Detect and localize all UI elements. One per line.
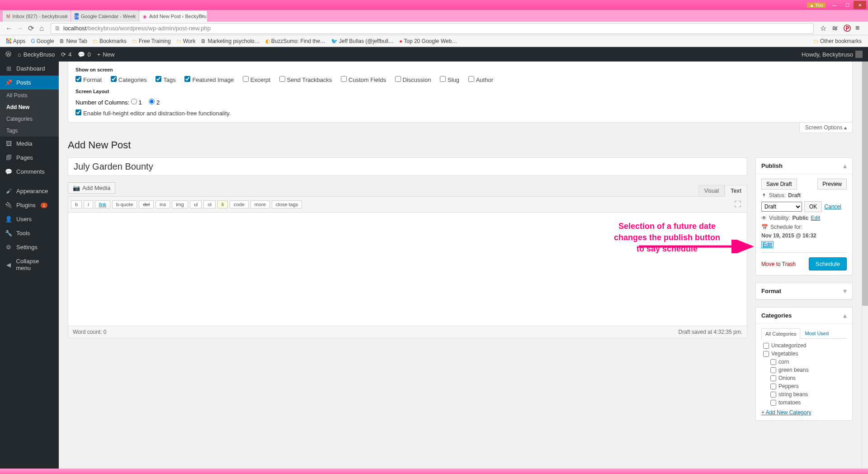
qt-del[interactable]: del	[139, 200, 154, 209]
menu-users[interactable]: 👤Users	[0, 212, 59, 226]
save-draft-button[interactable]: Save Draft	[761, 179, 797, 190]
category-item[interactable]: Uncategorized	[761, 341, 847, 350]
fullscreen-icon[interactable]: ⛶	[731, 199, 744, 209]
bookmark-link[interactable]: 🗎Marketing psycholo…	[198, 38, 262, 44]
menu-media[interactable]: 🖾Media	[0, 137, 59, 151]
status-select[interactable]: Draft	[761, 202, 802, 212]
taskbar[interactable]	[0, 469, 868, 474]
edit-visibility-link[interactable]: Edit	[811, 215, 820, 221]
post-title-input[interactable]	[68, 157, 747, 176]
chk-tags[interactable]: Tags	[156, 76, 175, 83]
close-icon[interactable]: ×	[133, 13, 136, 19]
bookmark-link[interactable]: 🐦Jeff Bullas (@jeffbull…	[328, 38, 396, 44]
howdy-link[interactable]: Howdy, Beckybruso	[802, 51, 863, 58]
category-item[interactable]: Peppers	[761, 382, 847, 390]
submenu-tags[interactable]: Tags	[0, 125, 59, 137]
scrollbar[interactable]	[862, 62, 868, 469]
qt-ol[interactable]: ol	[203, 200, 216, 209]
category-item[interactable]: Onions	[761, 374, 847, 382]
toggle-icon[interactable]: ▴	[843, 311, 847, 320]
radio-2col[interactable]: 2	[149, 99, 160, 106]
text-tab[interactable]: Text	[725, 185, 747, 197]
chk-slug[interactable]: Slug	[440, 76, 459, 83]
qt-closetags[interactable]: close tags	[272, 200, 302, 209]
bookmark-folder[interactable]: 🗀Free Training	[129, 38, 174, 44]
preview-button[interactable]: Preview	[817, 179, 847, 190]
collapse-menu[interactable]: ◀Collapse menu	[0, 254, 59, 275]
browser-tab-wordpress[interactable]: ◉ Add New Post ‹ BeckyBru ×	[139, 11, 207, 22]
chk-author[interactable]: Author	[468, 76, 493, 83]
new-content-link[interactable]: + New	[97, 51, 115, 58]
chk-featured[interactable]: Featured Image	[184, 76, 234, 83]
maximize-button[interactable]: ☐	[841, 1, 854, 9]
close-button[interactable]: ✕	[854, 1, 866, 9]
add-media-button[interactable]: 📷Add Media	[68, 182, 115, 194]
comments-link[interactable]: 💬 0	[78, 51, 90, 58]
tab-most-used[interactable]: Most Used	[801, 328, 832, 339]
chk-trackbacks[interactable]: Send Trackbacks	[279, 76, 332, 83]
menu-tools[interactable]: 🔧Tools	[0, 226, 59, 240]
move-to-trash-link[interactable]: Move to Trash	[761, 261, 796, 267]
chk-excerpt[interactable]: Excerpt	[243, 76, 270, 83]
edit-schedule-link[interactable]: Edit	[761, 241, 774, 248]
bookmark-folder[interactable]: 🗀Work	[174, 38, 198, 44]
menu-dashboard[interactable]: ⊞Dashboard	[0, 62, 59, 76]
other-bookmarks[interactable]: 🗀Other bookmarks	[811, 38, 864, 44]
menu-settings[interactable]: ⚙Settings	[0, 240, 59, 254]
add-new-category-link[interactable]: + Add New Category	[761, 409, 847, 416]
submenu-categories[interactable]: Categories	[0, 113, 59, 125]
ok-button[interactable]: OK	[804, 201, 822, 212]
reload-button[interactable]: ⟳	[25, 23, 36, 34]
chk-categories[interactable]: Categories	[111, 76, 147, 83]
menu-appearance[interactable]: 🖌Appearance	[0, 184, 59, 198]
scrollbar-thumb[interactable]	[862, 62, 868, 306]
category-list[interactable]: Uncategorized Vegetables corn green bean…	[761, 339, 847, 407]
bookmark-folder[interactable]: 🗀Bookmarks	[90, 38, 129, 44]
qt-bquote[interactable]: b-quote	[112, 200, 137, 209]
profile-badge[interactable]: ▲ You	[807, 3, 826, 8]
forward-button[interactable]: →	[14, 23, 25, 34]
qt-more[interactable]: more	[250, 200, 270, 209]
minimize-button[interactable]: —	[828, 1, 841, 9]
chk-fullheight[interactable]: Enable full-height editor and distractio…	[75, 110, 231, 117]
menu-icon[interactable]: ≡	[855, 24, 864, 33]
toggle-icon[interactable]: ▾	[843, 287, 847, 295]
category-item[interactable]: corn	[761, 358, 847, 366]
site-link[interactable]: ⌂ BeckyBruso	[18, 51, 55, 58]
browser-tab-gmail[interactable]: M Inbox (827) - beckybruso ×	[3, 11, 71, 22]
menu-comments[interactable]: 💬Comments	[0, 165, 59, 179]
bookmark-link[interactable]: ◐BuzzSumo: Find the…	[263, 38, 328, 44]
cancel-link[interactable]: Cancel	[824, 204, 841, 210]
category-item[interactable]: tomatoes	[761, 398, 847, 407]
close-icon[interactable]: ×	[65, 13, 68, 19]
address-bar[interactable]: 🗎 localhost/beckybruso/wordpress/wp-admi…	[51, 23, 814, 34]
menu-pages[interactable]: 🗐Pages	[0, 151, 59, 165]
screen-options-tab[interactable]: Screen Options ▴	[799, 123, 853, 133]
qt-code[interactable]: code	[230, 200, 249, 209]
back-button[interactable]: ←	[4, 23, 14, 34]
home-button[interactable]: ⌂	[36, 23, 47, 34]
qt-italic[interactable]: i	[84, 200, 93, 209]
buffer-icon[interactable]: ≋	[832, 24, 841, 33]
qt-ul[interactable]: ul	[190, 200, 202, 209]
radio-1col[interactable]: 1	[131, 99, 142, 106]
updates-link[interactable]: ⟳ 4	[61, 51, 71, 58]
category-item[interactable]: Vegetables	[761, 350, 847, 358]
qt-ins[interactable]: ins	[156, 200, 170, 209]
category-item[interactable]: green beans	[761, 366, 847, 374]
star-icon[interactable]: ☆	[820, 24, 829, 33]
bookmark-google[interactable]: GGoogle	[28, 38, 57, 44]
chk-custom[interactable]: Custom Fields	[341, 76, 386, 83]
pinterest-icon[interactable]: Ⓟ	[844, 24, 853, 33]
submenu-add-new[interactable]: Add New	[0, 101, 59, 113]
submenu-all-posts[interactable]: All Posts	[0, 90, 59, 101]
category-item[interactable]: string beans	[761, 390, 847, 398]
close-icon[interactable]: ×	[201, 13, 204, 19]
qt-link[interactable]: link	[95, 200, 111, 209]
bookmark-newtab[interactable]: 🗎New Tab	[57, 38, 90, 44]
tab-all-categories[interactable]: All Categories	[761, 328, 800, 339]
chk-discussion[interactable]: Discussion	[395, 76, 431, 83]
menu-plugins[interactable]: 🔌Plugins1	[0, 198, 59, 212]
qt-li[interactable]: li	[217, 200, 228, 209]
qt-bold[interactable]: b	[71, 200, 82, 209]
